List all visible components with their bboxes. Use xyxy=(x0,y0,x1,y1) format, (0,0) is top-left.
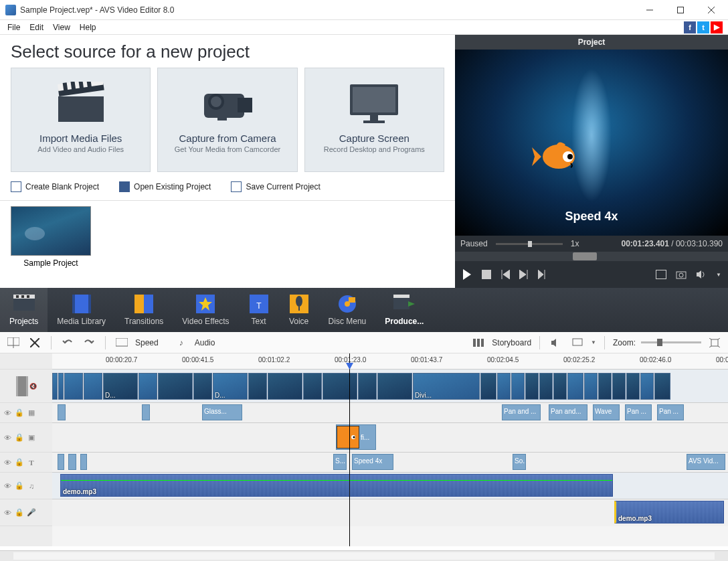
card-capture-screen[interactable]: Capture Screen Record Desktop and Progra… xyxy=(304,68,444,172)
video-clip[interactable] xyxy=(553,373,567,400)
text-clip[interactable]: AVS Vid... xyxy=(687,454,725,470)
effect-clip[interactable]: Glass... xyxy=(202,404,242,420)
ribbon-transitions[interactable]: Transitions xyxy=(115,288,173,332)
fullscreen-button[interactable] xyxy=(656,270,666,279)
video-clip[interactable] xyxy=(268,373,302,400)
preview-mode-button[interactable] xyxy=(569,335,585,351)
text-clip[interactable] xyxy=(58,454,64,470)
effect-clip[interactable] xyxy=(58,404,66,420)
overlay-clip[interactable]: fi... xyxy=(336,424,376,450)
volume-mixer-button[interactable] xyxy=(548,335,564,351)
video-track-header[interactable]: 🔇 xyxy=(0,370,52,403)
video-clip[interactable] xyxy=(358,373,377,400)
volume-dropdown[interactable]: ▼ xyxy=(716,272,721,278)
split-button[interactable] xyxy=(5,335,21,351)
redo-button[interactable] xyxy=(81,335,97,351)
maximize-button[interactable] xyxy=(665,0,696,20)
effect-clip[interactable]: Pan ... xyxy=(657,404,684,420)
prev-button[interactable] xyxy=(500,270,510,279)
stop-button[interactable] xyxy=(482,270,491,279)
mic-clip[interactable]: demo.mp3 xyxy=(614,501,724,524)
audio-track[interactable]: demo.mp3 xyxy=(52,473,728,499)
facebook-icon[interactable]: f xyxy=(684,21,696,33)
playhead[interactable] xyxy=(349,353,350,546)
video-clip[interactable] xyxy=(139,373,157,400)
video-clip[interactable] xyxy=(640,373,654,400)
menu-file[interactable]: File xyxy=(3,21,25,33)
eye-icon[interactable]: 👁 xyxy=(3,508,12,517)
text-clip[interactable]: S... xyxy=(333,454,347,470)
delete-button[interactable] xyxy=(27,335,43,351)
dropdown-icon[interactable]: ▼ xyxy=(591,339,596,345)
undo-button[interactable] xyxy=(60,335,76,351)
audio-label[interactable]: Audio xyxy=(195,338,215,347)
play-button[interactable] xyxy=(462,269,472,280)
lock-icon[interactable]: 🔒 xyxy=(15,408,24,418)
lock-icon[interactable]: 🔒 xyxy=(15,458,24,467)
eye-icon[interactable]: 👁 xyxy=(3,481,12,491)
video-clip[interactable]: D... xyxy=(103,373,138,400)
effects-track[interactable]: Glass...Pan and ...Pan and...WavePan ...… xyxy=(52,403,728,423)
text-track-header[interactable]: 👁🔒T xyxy=(0,453,52,473)
effect-clip[interactable] xyxy=(142,404,150,420)
video-clip[interactable] xyxy=(193,373,212,400)
video-clip[interactable] xyxy=(567,373,583,400)
preview-viewport[interactable]: Speed 4x xyxy=(455,50,728,236)
video-clip[interactable] xyxy=(654,373,670,400)
video-clip[interactable]: D... xyxy=(213,373,248,400)
video-clip[interactable] xyxy=(480,373,496,400)
ribbon-produce[interactable]: Produce... xyxy=(375,288,433,332)
ribbon-text[interactable]: TText xyxy=(239,288,279,332)
ribbon-video-effects[interactable]: Video Effects xyxy=(173,288,238,332)
effect-clip[interactable]: Wave xyxy=(593,404,620,420)
snapshot-button[interactable] xyxy=(676,270,687,279)
text-track[interactable]: S...Speed 4xSo...AVS Vid... xyxy=(52,453,728,473)
volume-button[interactable] xyxy=(696,270,707,279)
video-clip[interactable] xyxy=(303,373,322,400)
eye-icon[interactable]: 👁 xyxy=(3,433,12,443)
save-current-project-button[interactable]: Save Current Project xyxy=(231,181,320,192)
video-clip[interactable] xyxy=(158,373,193,400)
effect-clip[interactable]: Pan and... xyxy=(549,404,587,420)
ribbon-disc-menu[interactable]: Disc Menu xyxy=(319,288,376,332)
menu-edit[interactable]: Edit xyxy=(25,21,48,33)
twitter-icon[interactable]: t xyxy=(697,21,709,33)
effect-clip[interactable]: Pan and ... xyxy=(502,404,541,420)
mic-track[interactable]: demo.mp3 xyxy=(52,499,728,526)
effects-track-header[interactable]: 👁🔒▦ xyxy=(0,403,52,423)
video-clip[interactable] xyxy=(248,373,267,400)
effect-clip[interactable]: Pan ... xyxy=(625,404,652,420)
speed-label[interactable]: Speed xyxy=(135,338,159,347)
project-thumbnail[interactable]: Sample Project xyxy=(11,206,91,268)
video-clip[interactable] xyxy=(84,373,102,400)
close-button[interactable] xyxy=(696,0,727,20)
horizontal-scrollbar[interactable] xyxy=(0,550,728,561)
lock-icon[interactable]: 🔒 xyxy=(15,508,24,517)
youtube-icon[interactable]: ▶ xyxy=(711,21,723,33)
zoom-slider[interactable] xyxy=(641,341,701,343)
video-track[interactable]: D...D...Divi... xyxy=(52,370,728,403)
mic-track-header[interactable]: 👁🔒🎤 xyxy=(0,499,52,526)
overlay-track-header[interactable]: 👁🔒▣ xyxy=(0,423,52,453)
open-existing-project-button[interactable]: Open Existing Project xyxy=(119,181,211,192)
next-button[interactable] xyxy=(519,270,529,279)
create-blank-project-button[interactable]: Create Blank Project xyxy=(11,181,99,192)
step-button[interactable] xyxy=(538,270,547,279)
zoom-fit-button[interactable] xyxy=(707,335,723,351)
menu-help[interactable]: Help xyxy=(75,21,101,33)
video-clip[interactable] xyxy=(511,373,525,400)
video-clip[interactable] xyxy=(626,373,640,400)
video-clip[interactable] xyxy=(525,373,539,400)
text-clip[interactable] xyxy=(80,454,87,470)
time-ruler[interactable]: 00:00:20.700:00:41.500:01:02.200:01:23.0… xyxy=(52,353,728,370)
audio-track-header[interactable]: 👁🔒♫ xyxy=(0,473,52,499)
ribbon-projects[interactable]: Projects xyxy=(0,288,48,332)
card-capture-camera[interactable]: Capture from Camera Get Your Media from … xyxy=(157,68,297,172)
text-clip[interactable]: Speed 4x xyxy=(352,454,393,470)
video-clip[interactable] xyxy=(58,373,64,400)
overlay-track[interactable]: fi... xyxy=(52,423,728,453)
video-clip[interactable]: Divi... xyxy=(413,373,480,400)
ribbon-voice[interactable]: Voice xyxy=(279,288,319,332)
audio-clip[interactable]: demo.mp3 xyxy=(60,474,613,497)
storyboard-label[interactable]: Storyboard xyxy=(492,338,531,347)
